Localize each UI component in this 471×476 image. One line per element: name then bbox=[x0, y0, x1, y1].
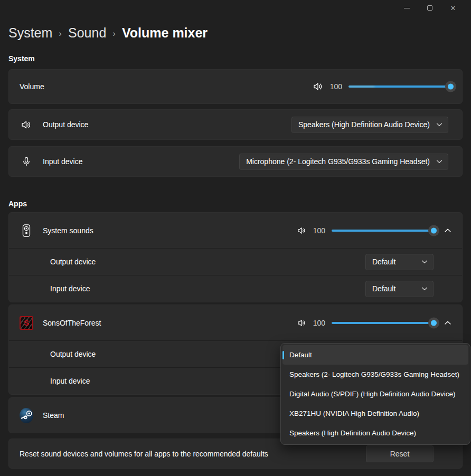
reset-description: Reset sound devices and volumes for all … bbox=[20, 450, 268, 458]
system-sounds-group: System sounds 100 Output device Default bbox=[8, 212, 463, 302]
section-heading-apps: Apps bbox=[8, 199, 471, 208]
chevron-up-icon bbox=[444, 320, 451, 325]
sons-of-the-forest-app-icon: S bbox=[20, 316, 33, 330]
system-input-card: Input device Microphone (2- Logitech G93… bbox=[8, 146, 463, 177]
input-device-value: Default bbox=[372, 284, 395, 293]
volume-value: 100 bbox=[313, 319, 325, 327]
minimize-button[interactable] bbox=[395, 3, 418, 13]
system-volume-card: Volume 100 bbox=[8, 69, 463, 104]
flyout-item-label: Speakers (2- Logitech G935/G933s Gaming … bbox=[289, 370, 459, 378]
chevron-down-icon bbox=[436, 159, 442, 164]
chevron-down-icon bbox=[421, 287, 428, 291]
flyout-item-speakers-hd[interactable]: Speakers (High Definition Audio Device) bbox=[282, 423, 468, 443]
flyout-item-label: XB271HU (NVIDIA High Definition Audio) bbox=[289, 410, 419, 417]
page-title: Volume mixer bbox=[122, 25, 208, 41]
slider-thumb[interactable] bbox=[428, 317, 439, 328]
chevron-right-icon: › bbox=[112, 27, 116, 39]
microphone-icon bbox=[23, 157, 30, 167]
input-device-select[interactable]: Default bbox=[365, 281, 434, 297]
close-button[interactable]: ✕ bbox=[441, 3, 465, 13]
flyout-item-digital-audio[interactable]: Digital Audio (S/PDIF) (High Definition … bbox=[282, 384, 468, 404]
chevron-down-icon bbox=[421, 260, 428, 264]
close-icon: ✕ bbox=[450, 4, 456, 12]
output-device-value: Default bbox=[372, 258, 395, 266]
slider-thumb-dot bbox=[448, 84, 454, 90]
collapse-button[interactable] bbox=[442, 226, 454, 235]
section-heading-system: System bbox=[8, 54, 471, 63]
input-device-select[interactable]: Microphone (2- Logitech G935/G933s Gamin… bbox=[239, 154, 448, 170]
speaker-icon bbox=[21, 120, 32, 129]
breadcrumb-sound[interactable]: Sound bbox=[68, 25, 106, 41]
chevron-down-icon bbox=[436, 122, 442, 127]
speaker-icon bbox=[297, 319, 306, 327]
volume-value: 100 bbox=[313, 226, 325, 235]
volume-value: 100 bbox=[329, 82, 342, 91]
output-device-label: Output device bbox=[50, 258, 96, 266]
breadcrumb-system[interactable]: System bbox=[8, 25, 52, 41]
flyout-item-label: Speakers (High Definition Audio Device) bbox=[289, 429, 416, 437]
slider-thumb-dot bbox=[431, 320, 437, 326]
titlebar: ✕ bbox=[0, 0, 471, 16]
input-device-label: Input device bbox=[43, 157, 83, 166]
chevron-right-icon: › bbox=[59, 27, 62, 39]
speaker-icon bbox=[313, 82, 323, 91]
app-name: Steam bbox=[43, 411, 64, 420]
flyout-item-label: Digital Audio (S/PDIF) (High Definition … bbox=[289, 390, 455, 398]
input-device-label: Input device bbox=[50, 284, 90, 293]
steam-app-icon bbox=[20, 408, 33, 423]
slider-track[interactable] bbox=[332, 230, 434, 232]
output-device-value: Speakers (High Definition Audio Device) bbox=[298, 120, 430, 129]
maximize-icon bbox=[427, 5, 432, 11]
app-name: System sounds bbox=[43, 226, 93, 235]
input-device-label: Input device bbox=[50, 377, 90, 385]
output-device-flyout: Default Speakers (2- Logitech G935/G933s… bbox=[280, 343, 470, 445]
output-device-label: Output device bbox=[43, 120, 88, 129]
reset-button[interactable]: Reset bbox=[366, 445, 434, 462]
flyout-item-speakers-logitech[interactable]: Speakers (2- Logitech G935/G933s Gaming … bbox=[282, 365, 468, 384]
app-name: SonsOfTheForest bbox=[43, 319, 101, 327]
volume-label: Volume bbox=[20, 82, 44, 91]
output-device-select[interactable]: Default bbox=[365, 254, 434, 270]
system-volume-slider[interactable]: 100 bbox=[313, 82, 450, 91]
slider-thumb[interactable] bbox=[445, 81, 456, 92]
sons-of-the-forest-volume-slider[interactable]: 100 bbox=[297, 319, 434, 327]
input-device-value: Microphone (2- Logitech G935/G933s Gamin… bbox=[246, 157, 430, 166]
slider-thumb[interactable] bbox=[428, 225, 439, 236]
system-sounds-icon bbox=[22, 224, 31, 237]
output-device-select[interactable]: Speakers (High Definition Audio Device) bbox=[291, 117, 448, 133]
breadcrumb: System › Sound › Volume mixer bbox=[0, 16, 471, 41]
flyout-item-default[interactable]: Default bbox=[282, 345, 468, 365]
flyout-item-xb271hu[interactable]: XB271HU (NVIDIA High Definition Audio) bbox=[282, 404, 468, 423]
system-sounds-volume-slider[interactable]: 100 bbox=[297, 226, 434, 235]
maximize-button[interactable] bbox=[418, 3, 441, 13]
minimize-icon bbox=[404, 8, 410, 8]
system-sounds-output-row: Output device Default bbox=[9, 248, 462, 275]
slider-track[interactable] bbox=[332, 322, 434, 324]
system-sounds-input-row: Input device Default bbox=[9, 275, 462, 302]
slider-track[interactable] bbox=[348, 85, 450, 88]
chevron-up-icon bbox=[444, 228, 451, 233]
speaker-icon bbox=[297, 227, 306, 234]
flyout-item-label: Default bbox=[289, 351, 312, 359]
slider-thumb-dot bbox=[431, 227, 437, 233]
selected-indicator bbox=[282, 351, 284, 359]
collapse-button[interactable] bbox=[442, 318, 454, 327]
output-device-label: Output device bbox=[50, 350, 96, 358]
system-output-card: Output device Speakers (High Definition … bbox=[8, 109, 463, 140]
